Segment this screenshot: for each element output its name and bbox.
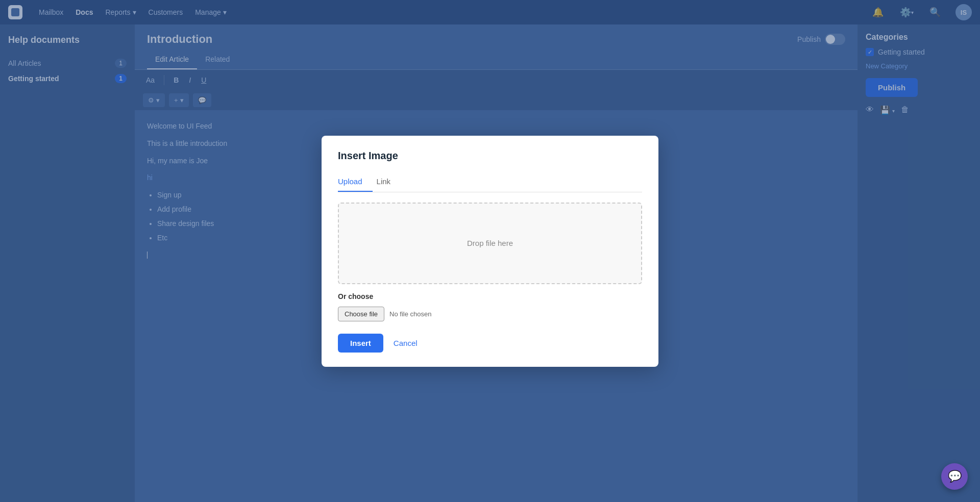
or-choose-label: Or choose — [338, 292, 642, 300]
modal-tab-upload[interactable]: Upload — [338, 172, 373, 192]
no-file-text: No file chosen — [389, 310, 431, 318]
chat-widget[interactable]: 💬 — [941, 463, 968, 490]
file-input-row: Choose file No file chosen — [338, 307, 642, 321]
cancel-button[interactable]: Cancel — [389, 334, 422, 353]
insert-image-modal: Insert Image Upload Link Drop file here … — [322, 136, 658, 367]
drop-zone[interactable]: Drop file here — [338, 203, 642, 284]
drop-zone-text: Drop file here — [467, 239, 513, 247]
modal-tabs: Upload Link — [338, 172, 642, 192]
chat-icon: 💬 — [948, 470, 962, 483]
modal-actions: Insert Cancel — [338, 334, 642, 353]
choose-file-button[interactable]: Choose file — [338, 307, 384, 321]
insert-button[interactable]: Insert — [338, 334, 383, 353]
modal-title: Insert Image — [338, 150, 642, 162]
modal-tab-link[interactable]: Link — [377, 172, 401, 192]
overlay[interactable]: Insert Image Upload Link Drop file here … — [0, 0, 980, 502]
